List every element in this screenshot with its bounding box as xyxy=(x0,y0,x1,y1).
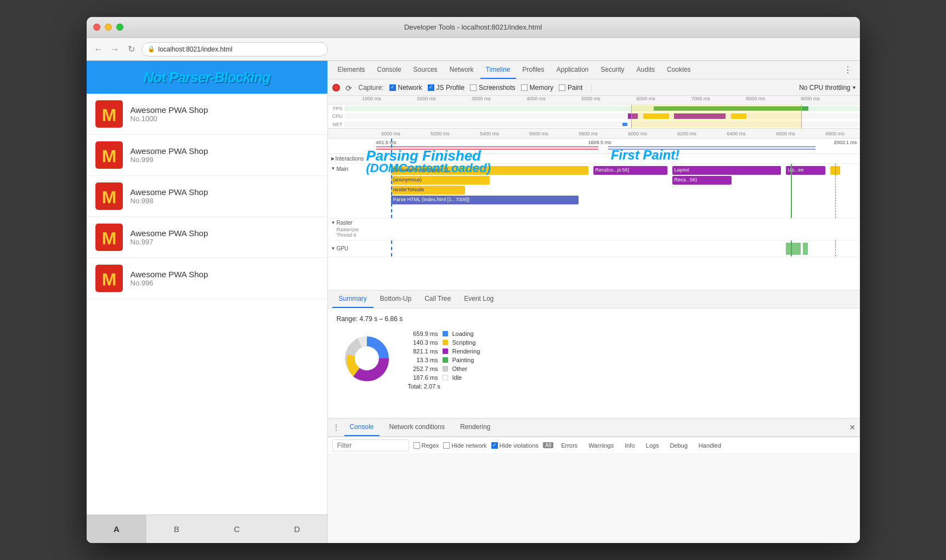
blue-dashed-gpu xyxy=(391,241,392,256)
logs-level[interactable]: Logs xyxy=(643,441,662,450)
tab-cookies[interactable]: Cookies xyxy=(661,61,696,79)
close-icon[interactable]: × xyxy=(849,422,856,433)
highlight-band xyxy=(631,105,801,128)
address-bar[interactable]: 🔒 localhost:8021/index.html xyxy=(141,42,328,56)
task-reca-56[interactable]: Reca...56) xyxy=(672,176,732,185)
tab-b[interactable]: B xyxy=(146,515,207,543)
main-label[interactable]: ▼ Main xyxy=(328,164,366,218)
legend: 659.9 ms Loading 140.3 ms Scripting 821.… xyxy=(408,330,480,390)
task-anonymous[interactable]: (anonymous) xyxy=(391,176,490,185)
other-label: Other xyxy=(452,365,468,372)
task-rendertonode[interactable]: renderToNode xyxy=(391,186,465,195)
warnings-level[interactable]: Warnings xyxy=(585,441,617,450)
list-item[interactable]: M Awesome PWA Shop No.999 xyxy=(87,135,327,176)
handled-level[interactable]: Handled xyxy=(695,441,724,450)
errors-level[interactable]: Errors xyxy=(558,441,581,450)
console-tab-console[interactable]: Console xyxy=(344,419,379,436)
hide-network-option[interactable]: Hide network xyxy=(443,442,486,449)
tab-timeline[interactable]: Timeline xyxy=(480,61,516,79)
raster-label[interactable]: ▼ Raster Rasterizer Thread 0 xyxy=(328,219,366,238)
all-badge: All xyxy=(543,442,553,448)
forward-button[interactable]: → xyxy=(109,43,122,56)
bottom-tabs: Summary Bottom-Up Call Tree Event Log xyxy=(328,290,860,308)
tab-console[interactable]: Console xyxy=(372,61,407,79)
memory-checkbox[interactable]: Memory xyxy=(521,84,553,92)
svg-text:M: M xyxy=(101,105,116,125)
list-item[interactable]: M Awesome PWA Shop No.996 xyxy=(87,258,327,299)
shop-number: No.1000 xyxy=(131,115,319,123)
scale-1000: 1000 ms xyxy=(344,96,399,104)
svg-text:M: M xyxy=(101,146,116,166)
tab-c[interactable]: C xyxy=(207,515,267,543)
tab-profiles[interactable]: Profiles xyxy=(517,61,550,79)
minimize-button[interactable] xyxy=(105,24,112,31)
console-dots-icon[interactable]: ⋮ xyxy=(332,423,340,432)
debug-level[interactable]: Debug xyxy=(666,441,690,450)
task-evaluate-script[interactable]: Evaluate Script (app.js:1) xyxy=(391,166,588,175)
idle-time: 187.6 ms xyxy=(408,374,438,381)
timing-bars-row: 401.6 ms 1609.5 ms 2003.1 ms xyxy=(328,139,860,154)
ds-5000: 5000 ms xyxy=(366,131,416,136)
record-button[interactable] xyxy=(332,84,340,92)
screenshots-cb-icon xyxy=(470,84,477,91)
tab-calltree[interactable]: Call Tree xyxy=(418,290,457,308)
console-tab-network-conditions[interactable]: Network conditions xyxy=(384,419,450,436)
tab-a[interactable]: A xyxy=(87,515,147,543)
shop-info: Awesome PWA Shop No.997 xyxy=(131,228,319,246)
summary-panel: Range: 4.79 s – 6.86 s xyxy=(328,308,860,418)
maximize-button[interactable] xyxy=(116,24,123,31)
jsprofile-checkbox[interactable]: JS Profile xyxy=(428,84,464,92)
tab-bottomup[interactable]: Bottom-Up xyxy=(373,290,418,308)
console-tab-rendering[interactable]: Rendering xyxy=(455,419,496,436)
timing-bar-blue xyxy=(608,146,815,150)
list-item[interactable]: M Awesome PWA Shop No.997 xyxy=(87,217,327,258)
hide-violations-option[interactable]: Hide violations xyxy=(491,442,539,449)
rendering-color xyxy=(443,348,448,354)
tab-elements[interactable]: Elements xyxy=(332,61,371,79)
tab-eventlog[interactable]: Event Log xyxy=(457,290,500,308)
task-parse-html[interactable]: Parse HTML (index.html [1...7009]) xyxy=(391,196,579,204)
paint-cb-icon xyxy=(559,84,565,91)
memory-label: Memory xyxy=(530,84,553,92)
jsprofile-cb-icon xyxy=(428,84,434,91)
shop-name: Awesome PWA Shop xyxy=(131,228,319,238)
filter-input[interactable] xyxy=(332,439,409,452)
memory-cb-icon xyxy=(521,84,528,91)
task-layout[interactable]: Layout xyxy=(672,166,781,175)
interactions-label[interactable]: ▶ Interactions xyxy=(328,156,366,162)
interactions-row: ▶ Interactions xyxy=(328,154,860,164)
back-button[interactable]: ← xyxy=(92,43,105,56)
more-tabs-icon[interactable]: ⋮ xyxy=(840,65,856,75)
gpu-label[interactable]: ▼ GPU xyxy=(328,245,366,252)
tab-d[interactable]: D xyxy=(267,515,327,543)
svg-text:M: M xyxy=(101,270,116,289)
reload-icon[interactable]: ⟳ xyxy=(345,84,353,92)
capture-row: ⟳ Capture: Network JS Profile Screenshot… xyxy=(328,79,860,96)
regex-option[interactable]: Regex xyxy=(413,442,439,449)
detail-scale: 5000 ms 5200 ms 5400 ms 5600 ms 5800 ms … xyxy=(328,129,860,139)
cpu-throttle-selector[interactable]: No CPU throttling ▾ xyxy=(799,84,855,92)
network-checkbox[interactable]: Network xyxy=(389,84,422,92)
list-item[interactable]: M Awesome PWA Shop No.1000 xyxy=(87,94,327,135)
cpu-label: CPU xyxy=(328,113,344,119)
shop-info: Awesome PWA Shop No.998 xyxy=(131,187,319,205)
list-item[interactable]: M Awesome PWA Shop No.998 xyxy=(87,176,327,217)
screenshots-checkbox[interactable]: Screenshots xyxy=(470,84,516,92)
info-level[interactable]: Info xyxy=(621,441,638,450)
gpu-expand-icon: ▼ xyxy=(331,246,336,251)
ds-5600: 5600 ms xyxy=(514,131,564,136)
reload-button[interactable]: ↻ xyxy=(125,43,138,56)
idle-label: Idle xyxy=(452,374,462,381)
tab-network[interactable]: Network xyxy=(444,61,479,79)
tab-security[interactable]: Security xyxy=(595,61,630,79)
ds-6800: 6800 ms xyxy=(811,131,860,136)
tab-sources[interactable]: Sources xyxy=(408,61,443,79)
paint-checkbox[interactable]: Paint xyxy=(559,84,582,92)
tab-summary[interactable]: Summary xyxy=(332,290,373,308)
screenshots-label: Screenshots xyxy=(479,84,516,92)
tab-application[interactable]: Application xyxy=(551,61,594,79)
tab-audits[interactable]: Audits xyxy=(631,61,660,79)
close-button[interactable] xyxy=(93,24,100,31)
task-recalculate[interactable]: Recalcu...js:56) xyxy=(593,166,667,175)
browser-content: Not Parser-Blocking M Awesome PWA Shop N… xyxy=(87,61,860,543)
